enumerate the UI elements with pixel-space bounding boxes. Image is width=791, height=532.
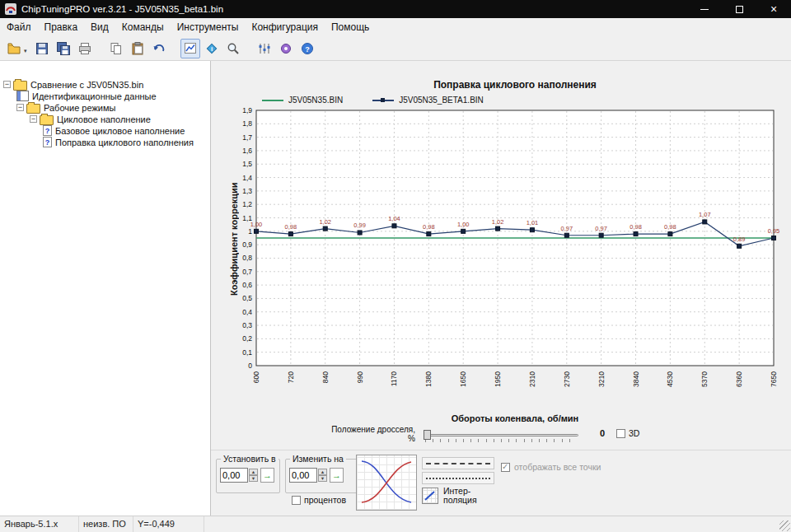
spinner-down-icon[interactable]: ▼: [318, 475, 327, 482]
interpolation-icon[interactable]: [422, 488, 438, 504]
collapse-icon[interactable]: −: [3, 81, 11, 88]
set-value-spinner[interactable]: ▲ ▼: [249, 469, 258, 482]
apply-set-button[interactable]: →: [260, 468, 274, 483]
maximize-button[interactable]: [722, 0, 756, 18]
chart-title: Поправка циклового наполнения: [247, 79, 783, 91]
checkbox-3d[interactable]: 3D: [616, 428, 639, 438]
change-value-input[interactable]: [289, 468, 317, 483]
spinner-up-icon[interactable]: ▲: [318, 469, 327, 475]
slider-track[interactable]: [424, 434, 578, 436]
minimize-button[interactable]: [687, 0, 722, 18]
tree-item-label: Рабочие режимы: [44, 103, 115, 113]
menu-view[interactable]: Вид: [84, 20, 115, 35]
menu-help[interactable]: Помощь: [325, 20, 376, 35]
print-button[interactable]: [75, 39, 95, 58]
app-window: ChipTuningPRO ver.3.21 - J5V05N35_beta1.…: [0, 0, 791, 532]
menu-edit[interactable]: Правка: [38, 20, 85, 35]
svg-text:1,2: 1,2: [242, 200, 252, 208]
help-icon: ?: [305, 44, 310, 53]
paste-button[interactable]: [128, 39, 147, 58]
open-dropdown-icon[interactable]: ▾: [24, 48, 27, 54]
checkbox-show-all-box: ✓: [501, 463, 510, 472]
tree-item-base-cyclic-filling[interactable]: ? Базовое цикловое наполнение: [0, 125, 210, 136]
app-icon: [5, 3, 16, 15]
close-button[interactable]: ×: [756, 0, 791, 18]
apply-change-button[interactable]: →: [330, 468, 344, 483]
apply-arrow-icon: →: [332, 470, 341, 480]
open-button[interactable]: [4, 39, 24, 58]
settings-button[interactable]: [276, 39, 296, 58]
spinner-up-icon[interactable]: ▲: [249, 469, 258, 475]
change-by-group: Изменить на ▲ ▼ →: [285, 459, 358, 493]
tree-item-correction-cyclic-filling[interactable]: ? Поправка циклового наполнения: [0, 137, 210, 147]
save-all-button[interactable]: [54, 39, 73, 58]
svg-text:2310: 2310: [528, 371, 536, 387]
svg-text:0,1: 0,1: [242, 348, 252, 357]
menu-file[interactable]: Файл: [0, 20, 38, 35]
tree-item-comparison[interactable]: − Сравнение с J5V05N35.bin: [0, 79, 210, 90]
status-cell-empty: [204, 516, 791, 532]
menu-tools[interactable]: Инструменты: [171, 20, 246, 35]
change-value-spinner[interactable]: ▲ ▼: [318, 469, 327, 482]
interpolation-label: Интер- поляция: [443, 487, 477, 505]
svg-text:0,97: 0,97: [560, 225, 573, 232]
curve-editor-button[interactable]: [356, 455, 417, 511]
svg-text:0,98: 0,98: [630, 223, 642, 231]
checkbox-percent-label: процентов: [304, 495, 346, 505]
menu-configuration[interactable]: Конфигурация: [245, 20, 325, 35]
collapse-icon[interactable]: −: [16, 104, 24, 111]
info-button[interactable]: i: [202, 39, 222, 58]
line-style-dashed[interactable]: [422, 457, 494, 469]
svg-text:6360: 6360: [735, 371, 743, 387]
throttle-slider[interactable]: [424, 430, 578, 443]
collapse-icon[interactable]: −: [30, 115, 37, 123]
checkbox-percent[interactable]: процентов: [292, 495, 346, 505]
status-bar: Январь-5.1.x неизв. ПО Y=-0,449: [0, 516, 791, 532]
chart-view-button[interactable]: [180, 39, 200, 58]
svg-text:0,4: 0,4: [242, 308, 252, 316]
close-icon: ×: [770, 3, 777, 15]
set-value-input[interactable]: [220, 468, 248, 483]
legend-line-1: [262, 100, 283, 101]
checkbox-3d-box[interactable]: [616, 429, 625, 438]
set-to-group: Установить в ▲ ▼ →: [216, 459, 280, 493]
dashed-line-icon: [426, 463, 490, 464]
curves-icon: [358, 456, 414, 507]
tuner-button[interactable]: [255, 39, 274, 58]
zoom-button[interactable]: [223, 39, 243, 58]
info-icon: i: [210, 45, 212, 53]
correction-chart[interactable]: 00,10,20,30,40,50,60,70,80,911,11,21,31,…: [219, 107, 788, 413]
menu-commands[interactable]: Команды: [115, 20, 171, 35]
svg-text:0,8: 0,8: [242, 254, 252, 262]
svg-text:0,98: 0,98: [285, 223, 297, 231]
tree-item-identification[interactable]: Идентификационные данные: [0, 91, 210, 101]
svg-text:1,04: 1,04: [388, 215, 400, 222]
folder-icon: [13, 81, 27, 91]
change-by-caption: Изменить на: [290, 454, 346, 464]
tree-item-cyclic-filling[interactable]: − Цикловое наполнение: [0, 114, 210, 124]
svg-text:1650: 1650: [459, 371, 467, 387]
checkbox-3d-label: 3D: [629, 428, 639, 438]
help-button[interactable]: ?: [297, 39, 317, 58]
svg-text:0,3: 0,3: [242, 321, 252, 329]
title-bar: ChipTuningPRO ver.3.21 - J5V05N35_beta1.…: [0, 0, 791, 18]
spinner-down-icon[interactable]: ▼: [249, 475, 258, 482]
navigation-tree: − Сравнение с J5V05N35.bin Идентификацио…: [0, 61, 211, 516]
svg-text:1,01: 1,01: [527, 219, 539, 226]
window-title: ChipTuningPRO ver.3.21 - J5V05N35_beta1.…: [21, 4, 223, 14]
svg-text:0,98: 0,98: [664, 223, 676, 231]
minimize-icon: [700, 9, 709, 10]
tree-item-working-modes[interactable]: − Рабочие режимы: [0, 102, 210, 113]
tree-item-label: Сравнение с J5V05N35.bin: [30, 80, 143, 90]
resize-grip[interactable]: [779, 520, 790, 531]
undo-button[interactable]: [149, 39, 169, 58]
line-style-dotted[interactable]: [422, 472, 494, 484]
slider-thumb[interactable]: [424, 430, 431, 440]
save-button[interactable]: [32, 39, 52, 58]
svg-text:0,89: 0,89: [733, 236, 746, 243]
copy-button[interactable]: [106, 39, 126, 58]
map-icon: ?: [43, 137, 52, 147]
checkbox-percent-box[interactable]: [292, 496, 301, 505]
interpolation-control[interactable]: Интер- поляция: [422, 487, 477, 505]
apply-arrow-icon: →: [263, 470, 272, 480]
